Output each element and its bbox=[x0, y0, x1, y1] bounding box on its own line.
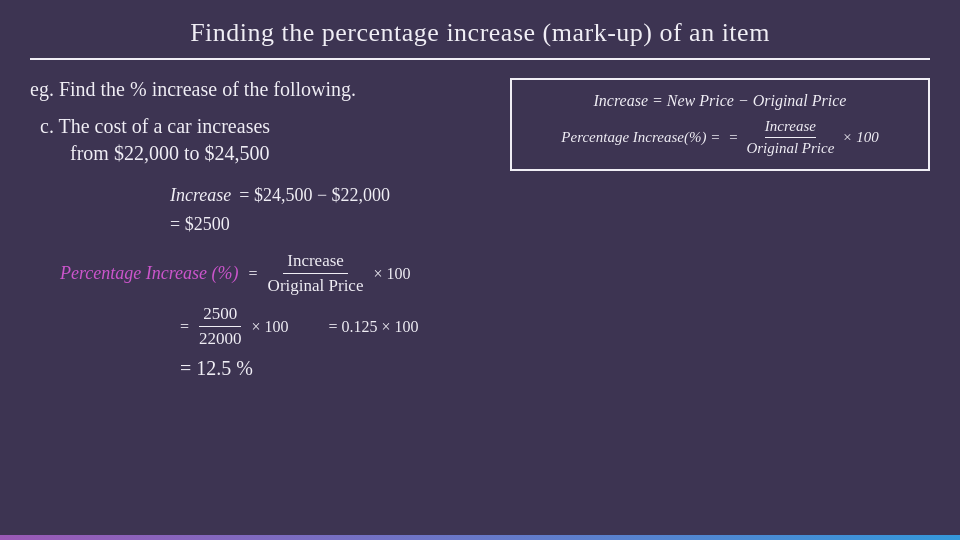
formula-perc-label: Percentage Increase(%) = bbox=[561, 129, 720, 146]
formula-den: Original Price bbox=[746, 140, 834, 157]
eq3-fraction: Increase Original Price bbox=[268, 251, 364, 296]
formula-box: Increase = New Price − Original Price Pe… bbox=[510, 78, 930, 171]
left-column: eg. Find the % increase of the following… bbox=[30, 78, 510, 388]
eq5: = 12.5 % bbox=[180, 357, 253, 380]
eq4-num: 2500 bbox=[199, 304, 241, 327]
eq4-fraction: 2500 22000 bbox=[199, 304, 242, 349]
increase-working: Increase = $24,500 − $22,000 = $2500 bbox=[30, 185, 510, 235]
eq4-den: 22000 bbox=[199, 329, 242, 349]
eq3-times: × 100 bbox=[373, 265, 410, 283]
perc-row-3: = 12.5 % bbox=[30, 357, 510, 380]
increase-label-1: Increase bbox=[170, 185, 231, 206]
page-container: Finding the percentage increase (mark-up… bbox=[0, 0, 960, 540]
eq3-equals: = bbox=[249, 265, 258, 283]
eq4-equals: = bbox=[180, 318, 189, 336]
perc-label: Percentage Increase (%) bbox=[60, 263, 239, 284]
bottom-gradient-bar bbox=[0, 535, 960, 540]
formula-line-1: Increase = New Price − Original Price bbox=[530, 92, 910, 110]
formula-line-2: Percentage Increase(%) = = Increase Orig… bbox=[530, 118, 910, 157]
eq3-den: Original Price bbox=[268, 276, 364, 296]
perc-row-1: Percentage Increase (%) = Increase Origi… bbox=[30, 251, 510, 296]
eq4-times: × 100 bbox=[252, 318, 289, 336]
formula-times: × 100 bbox=[842, 129, 878, 146]
math-line-1: Increase = $24,500 − $22,000 bbox=[170, 185, 510, 206]
problem-c-line2: from $22,000 to $24,500 bbox=[30, 142, 510, 165]
formula-equals: = bbox=[728, 129, 738, 146]
eq4-right: = 0.125 × 100 bbox=[329, 318, 419, 336]
main-content: eg. Find the % increase of the following… bbox=[30, 78, 930, 388]
eq1: = $24,500 − $22,000 bbox=[239, 185, 390, 206]
formula-frac: Increase Original Price bbox=[746, 118, 834, 157]
eq2: = $2500 bbox=[170, 214, 230, 235]
formula-num: Increase bbox=[765, 118, 816, 138]
percentage-working: Percentage Increase (%) = Increase Origi… bbox=[30, 251, 510, 380]
title-section: Finding the percentage increase (mark-up… bbox=[30, 0, 930, 60]
page-title: Finding the percentage increase (mark-up… bbox=[190, 18, 770, 47]
problem-c-line1: c. The cost of a car increases bbox=[30, 115, 510, 138]
intro-text: eg. Find the % increase of the following… bbox=[30, 78, 510, 101]
math-line-2: = $2500 bbox=[170, 214, 510, 235]
formula-text-1: Increase = New Price − Original Price bbox=[594, 92, 847, 109]
perc-row-2: = 2500 22000 × 100 = 0.125 × 100 bbox=[30, 304, 510, 349]
eq3-num: Increase bbox=[283, 251, 348, 274]
